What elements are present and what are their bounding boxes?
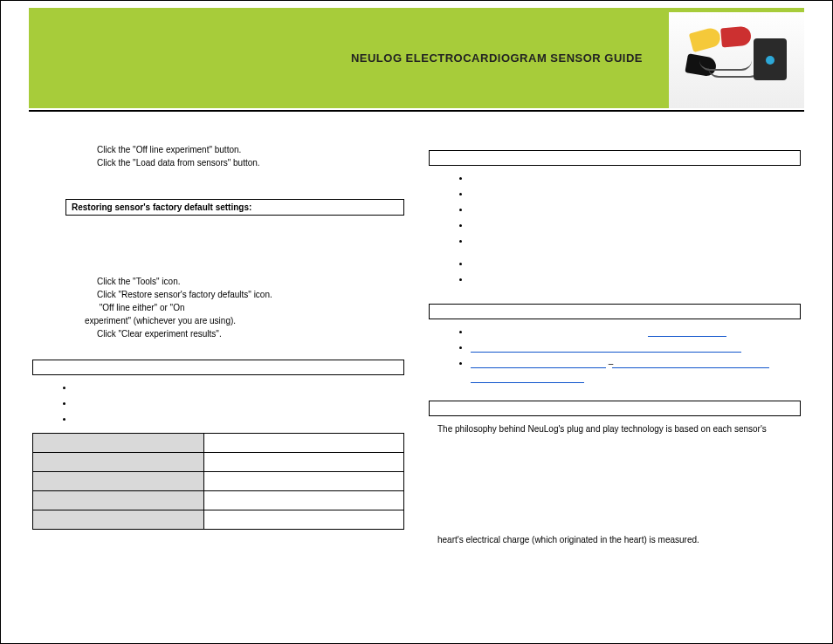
table-row (33, 491, 404, 510)
spec-label-3 (33, 472, 204, 491)
video-link-3b[interactable] (612, 360, 769, 368)
restore-heading-box: Restoring sensor's factory default setti… (65, 199, 404, 216)
load-data-steps: Click the "Off line experiment" button. … (32, 143, 404, 169)
left-column: Click the "Off line experiment" button. … (29, 143, 408, 552)
included-1 (471, 173, 801, 185)
included-heading-box (429, 150, 801, 166)
video-link-3a[interactable] (471, 360, 606, 368)
spec-value-2 (203, 453, 404, 472)
sensor-device-icon (754, 38, 787, 80)
spec-table (32, 433, 404, 530)
link-row-2 (471, 342, 801, 354)
left-bullet-3 (74, 414, 404, 426)
included-4 (471, 220, 801, 232)
link-bullets: – (429, 326, 801, 383)
clip-yellow-icon (689, 26, 723, 52)
included-5 (471, 236, 801, 248)
product-image (669, 8, 804, 108)
left-bullet-2 (74, 398, 404, 410)
background-para-1: The philosophy behind NeuLog's plug and … (437, 423, 792, 436)
step-restore-3b: experiment" (whichever you are using). (85, 316, 236, 325)
video-link-1[interactable] (648, 329, 726, 337)
videos-heading-box (429, 304, 801, 319)
restore-steps: Click the "Tools" icon. Click "Restore s… (32, 275, 404, 340)
step-load-1: Click the "Off line experiment" button. (97, 145, 241, 154)
included-bullets (429, 173, 801, 286)
spec-label-4 (33, 491, 204, 510)
included-6 (471, 258, 801, 271)
header-bar: NEULOG ELECTROCARDIOGRAM SENSOR GUIDE (29, 8, 669, 108)
link-row-1 (471, 326, 801, 339)
spec-value-5 (203, 510, 404, 530)
table-row (33, 434, 404, 453)
spec-label-5 (33, 510, 204, 530)
left-subheading-box (32, 360, 404, 375)
restore-heading: Restoring sensor's factory default setti… (72, 202, 251, 212)
background-para-2: heart's electrical charge (which origina… (437, 534, 792, 547)
video-link-3c[interactable] (471, 375, 584, 383)
spec-value-1 (203, 434, 404, 453)
link-row-3: – (471, 358, 801, 370)
table-row (33, 453, 404, 472)
spec-value-3 (203, 472, 404, 491)
included-3 (471, 204, 801, 216)
step-restore-1: Click the "Tools" icon. (97, 277, 180, 286)
table-row (33, 510, 404, 530)
step-restore-2: Click "Restore sensor's factory defaults… (97, 290, 272, 299)
step-restore-3: "Off line either" or "On (97, 303, 185, 312)
included-2 (471, 188, 801, 201)
table-row (33, 472, 404, 491)
left-bullet-1 (74, 382, 404, 394)
page-title: NEULOG ELECTROCARDIOGRAM SENSOR GUIDE (351, 51, 643, 65)
spec-label-1 (33, 434, 204, 453)
spec-value-4 (203, 491, 404, 510)
video-link-2[interactable] (471, 345, 741, 353)
step-restore-4: Click "Clear experiment results". (97, 329, 222, 339)
clip-red-icon (720, 26, 752, 48)
header: NEULOG ELECTROCARDIOGRAM SENSOR GUIDE (29, 8, 804, 108)
included-7 (471, 274, 801, 286)
right-column: – The philosophy behind NeuLog's plug an… (425, 143, 804, 552)
background-heading-box (429, 401, 801, 416)
left-bullets (32, 382, 404, 426)
step-load-2: Click the "Load data from sensors" butto… (97, 158, 260, 168)
spec-label-2 (33, 453, 204, 472)
